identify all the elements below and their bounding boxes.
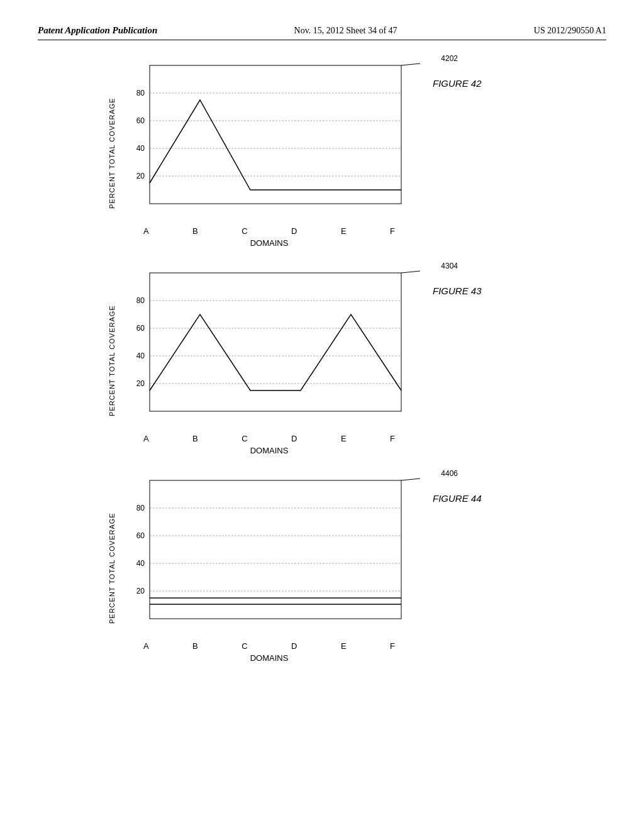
x-tick-c: C (242, 226, 247, 236)
figure-42-y-label: PERCENT TOTAL COVERAGE (108, 59, 116, 248)
figure-44-x-ticks: A B C D E F (125, 641, 414, 651)
figure-42-svg: 80 60 40 20 (118, 59, 420, 223)
figure-44-chart-area: PERCENT TOTAL COVERAGE 80 60 40 20 (108, 474, 420, 663)
figure-44-x-axis: A B C D E F DOMAINS (118, 641, 420, 663)
x-tick-e: E (341, 434, 347, 443)
svg-text:80: 80 (136, 296, 145, 305)
figure-42-x-label: DOMAINS (250, 238, 289, 248)
x-tick-d: D (291, 226, 297, 236)
page: Patent Application Publication Nov. 15, … (0, 0, 644, 830)
x-tick-f: F (390, 226, 395, 236)
svg-text:60: 60 (136, 531, 145, 540)
x-tick-d: D (291, 641, 297, 651)
svg-text:20: 20 (136, 172, 145, 180)
figure-43-label: FIGURE 43 (433, 285, 482, 296)
svg-text:40: 40 (136, 144, 145, 153)
x-tick-a: A (143, 226, 149, 236)
svg-text:20: 20 (136, 379, 145, 388)
publication-number: US 2012/290550 A1 (534, 26, 606, 36)
x-tick-c: C (242, 434, 247, 443)
figure-42-ref: 4202 (441, 54, 458, 63)
figure-44-block: PERCENT TOTAL COVERAGE 80 60 40 20 (108, 474, 536, 663)
x-tick-e: E (341, 641, 347, 651)
figure-43-x-ticks: A B C D E F (125, 434, 414, 443)
figure-43-x-label: DOMAINS (250, 446, 289, 455)
publication-date-sheet: Nov. 15, 2012 Sheet 34 of 47 (294, 26, 397, 36)
figure-42-chart-with-axes: 80 60 40 20 4202 (118, 59, 420, 248)
figure-43-svg: 80 60 40 20 (118, 267, 420, 430)
svg-text:20: 20 (136, 587, 145, 595)
figure-44-x-label: DOMAINS (250, 653, 289, 663)
figure-44-svg: 80 60 40 20 (118, 474, 420, 638)
x-tick-c: C (242, 641, 247, 651)
figure-43-y-label: PERCENT TOTAL COVERAGE (108, 267, 116, 455)
svg-rect-0 (150, 65, 401, 204)
figure-42-chart-area: PERCENT TOTAL COVERAGE (108, 59, 420, 248)
figure-44-y-label: PERCENT TOTAL COVERAGE (108, 474, 116, 663)
svg-text:40: 40 (136, 351, 145, 360)
svg-line-29 (401, 478, 420, 480)
page-header: Patent Application Publication Nov. 15, … (38, 25, 606, 40)
figure-42-label: FIGURE 42 (433, 78, 482, 89)
figures-container: PERCENT TOTAL COVERAGE (38, 59, 606, 663)
svg-line-19 (401, 270, 420, 273)
x-tick-b: B (192, 641, 198, 651)
x-tick-b: B (192, 226, 198, 236)
publication-title: Patent Application Publication (38, 25, 157, 36)
figure-42-x-ticks: A B C D E F (125, 226, 414, 236)
figure-43-block: PERCENT TOTAL COVERAGE 80 60 40 20 (108, 267, 536, 455)
figure-44-label: FIGURE 44 (433, 493, 482, 504)
svg-text:60: 60 (136, 324, 145, 333)
x-tick-d: D (291, 434, 297, 443)
x-tick-a: A (143, 641, 149, 651)
svg-text:80: 80 (136, 504, 145, 512)
figure-43-chart-area: PERCENT TOTAL COVERAGE 80 60 40 20 (108, 267, 420, 455)
svg-text:80: 80 (136, 89, 145, 97)
figure-44-chart-with-axes: 80 60 40 20 4406 (118, 474, 420, 663)
figure-42-block: PERCENT TOTAL COVERAGE (108, 59, 536, 248)
svg-line-9 (401, 63, 420, 65)
x-tick-e: E (341, 226, 347, 236)
figure-44-ref: 4406 (441, 469, 458, 478)
figure-43-chart-with-axes: 80 60 40 20 4304 (118, 267, 420, 455)
figure-42-x-axis: A B C D E F DOMAINS (118, 226, 420, 248)
x-tick-f: F (390, 641, 395, 651)
figure-43-x-axis: A B C D E F DOMAINS (118, 434, 420, 455)
x-tick-f: F (390, 434, 395, 443)
figure-42-svg-container: 80 60 40 20 4202 (118, 59, 420, 225)
figure-43-svg-container: 80 60 40 20 4304 (118, 267, 420, 433)
svg-text:60: 60 (136, 116, 145, 125)
figure-44-svg-container: 80 60 40 20 4406 (118, 474, 420, 640)
figure-43-ref: 4304 (441, 262, 458, 270)
x-tick-a: A (143, 434, 149, 443)
svg-text:40: 40 (136, 559, 145, 568)
x-tick-b: B (192, 434, 198, 443)
